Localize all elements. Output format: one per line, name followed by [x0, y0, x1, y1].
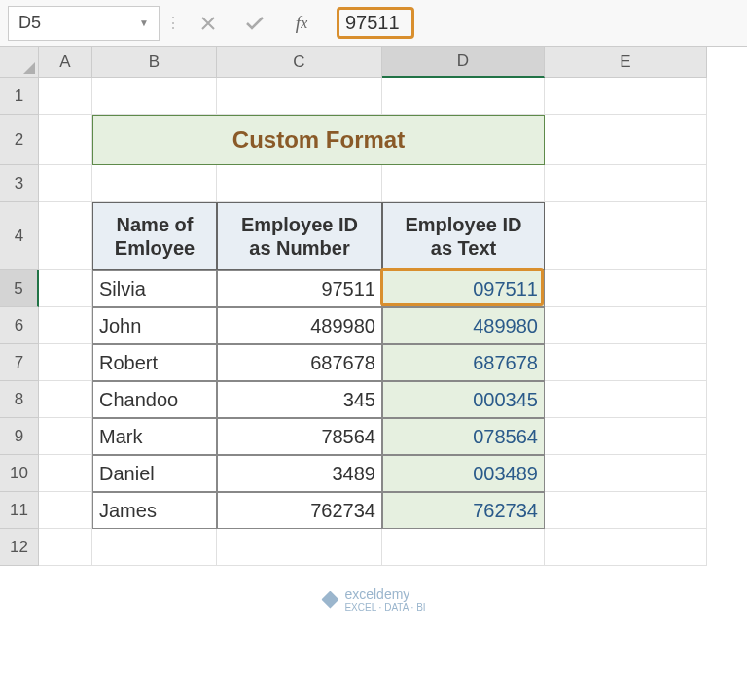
cell-C10[interactable]: 3489	[217, 455, 382, 492]
col-header-d[interactable]: D	[382, 47, 545, 78]
cell-B1[interactable]	[92, 78, 217, 115]
enter-button[interactable]	[233, 6, 276, 41]
cell-A6[interactable]	[39, 307, 92, 344]
cell-B12[interactable]	[92, 529, 217, 566]
cell-D3[interactable]	[382, 165, 545, 202]
formula-input[interactable]: 97511	[327, 6, 739, 41]
col-header-c[interactable]: C	[217, 47, 382, 78]
row-header-11[interactable]: 11	[0, 492, 39, 529]
row-header-12[interactable]: 12	[0, 529, 39, 566]
select-all-corner[interactable]	[0, 47, 39, 78]
cell-C7[interactable]: 687678	[217, 344, 382, 381]
cell-E12[interactable]	[545, 529, 707, 566]
cell-B7[interactable]: Robert	[92, 344, 217, 381]
cell-A1[interactable]	[39, 78, 92, 115]
cell-C1[interactable]	[217, 78, 382, 115]
cancel-button[interactable]	[187, 6, 230, 41]
cell-A12[interactable]	[39, 529, 92, 566]
dropdown-icon[interactable]: ▼	[139, 18, 149, 28]
row-headers: 123456789101112	[0, 78, 39, 566]
cell-C8[interactable]: 345	[217, 381, 382, 418]
cell-C4[interactable]: Employee IDas Number	[217, 202, 382, 270]
cell-E4[interactable]	[545, 202, 707, 270]
cell-E5[interactable]	[545, 270, 707, 307]
row-header-5[interactable]: 5	[0, 270, 39, 307]
cell-E10[interactable]	[545, 455, 707, 492]
cell-D7[interactable]: 687678	[382, 344, 545, 381]
cell-B2[interactable]: Custom Format	[92, 115, 545, 165]
cell-B5[interactable]: Silvia	[92, 270, 217, 307]
separator: ⋮	[163, 9, 183, 38]
cell-C5[interactable]: 97511	[217, 270, 382, 307]
formula-value: 97511	[337, 7, 414, 39]
cell-D6[interactable]: 489980	[382, 307, 545, 344]
cell-A3[interactable]	[39, 165, 92, 202]
row-header-4[interactable]: 4	[0, 202, 39, 270]
row-header-2[interactable]: 2	[0, 115, 39, 165]
cell-D12[interactable]	[382, 529, 545, 566]
watermark-brand: exceldemy	[344, 586, 425, 602]
cell-D9[interactable]: 078564	[382, 418, 545, 455]
watermark-tagline: EXCEL · DATA · BI	[344, 602, 425, 612]
cell-E2[interactable]	[545, 115, 707, 165]
name-box-value: D5	[18, 13, 41, 33]
cell-C6[interactable]: 489980	[217, 307, 382, 344]
row-header-8[interactable]: 8	[0, 381, 39, 418]
cell-E3[interactable]	[545, 165, 707, 202]
row-header-3[interactable]: 3	[0, 165, 39, 202]
cell-E11[interactable]	[545, 492, 707, 529]
cell-A4[interactable]	[39, 202, 92, 270]
watermark-icon	[321, 591, 338, 609]
fx-button[interactable]: fx	[280, 6, 323, 41]
cell-B6[interactable]: John	[92, 307, 217, 344]
cells-area[interactable]: Custom FormatName ofEmloyeeEmployee IDas…	[39, 78, 707, 566]
cell-B8[interactable]: Chandoo	[92, 381, 217, 418]
cell-D1[interactable]	[382, 78, 545, 115]
cell-B3[interactable]	[92, 165, 217, 202]
cell-C9[interactable]: 78564	[217, 418, 382, 455]
row-header-9[interactable]: 9	[0, 418, 39, 455]
cell-C3[interactable]	[217, 165, 382, 202]
col-header-b[interactable]: B	[92, 47, 217, 78]
cell-A10[interactable]	[39, 455, 92, 492]
row-header-7[interactable]: 7	[0, 344, 39, 381]
cell-A5[interactable]	[39, 270, 92, 307]
cell-B10[interactable]: Daniel	[92, 455, 217, 492]
cell-A8[interactable]	[39, 381, 92, 418]
cell-D8[interactable]: 000345	[382, 381, 545, 418]
cell-D4[interactable]: Employee IDas Text	[382, 202, 545, 270]
cell-E1[interactable]	[545, 78, 707, 115]
cell-E7[interactable]	[545, 344, 707, 381]
cell-B9[interactable]: Mark	[92, 418, 217, 455]
cell-A2[interactable]	[39, 115, 92, 165]
cell-A11[interactable]	[39, 492, 92, 529]
cell-D5[interactable]: 097511	[382, 270, 545, 307]
cell-D11[interactable]: 762734	[382, 492, 545, 529]
column-headers: ABCDE	[39, 47, 707, 78]
cell-E9[interactable]	[545, 418, 707, 455]
row-header-6[interactable]: 6	[0, 307, 39, 344]
cell-C12[interactable]	[217, 529, 382, 566]
cell-E8[interactable]	[545, 381, 707, 418]
watermark: exceldemy EXCEL · DATA · BI	[321, 586, 425, 612]
formula-bar: D5 ▼ ⋮ fx 97511	[0, 0, 747, 47]
cell-A9[interactable]	[39, 418, 92, 455]
name-box[interactable]: D5 ▼	[8, 6, 160, 41]
cell-E6[interactable]	[545, 307, 707, 344]
cell-D10[interactable]: 003489	[382, 455, 545, 492]
cell-A7[interactable]	[39, 344, 92, 381]
col-header-e[interactable]: E	[545, 47, 707, 78]
cell-B11[interactable]: James	[92, 492, 217, 529]
col-header-a[interactable]: A	[39, 47, 92, 78]
cell-B4[interactable]: Name ofEmloyee	[92, 202, 217, 270]
cell-C11[interactable]: 762734	[217, 492, 382, 529]
row-header-1[interactable]: 1	[0, 78, 39, 115]
row-header-10[interactable]: 10	[0, 455, 39, 492]
